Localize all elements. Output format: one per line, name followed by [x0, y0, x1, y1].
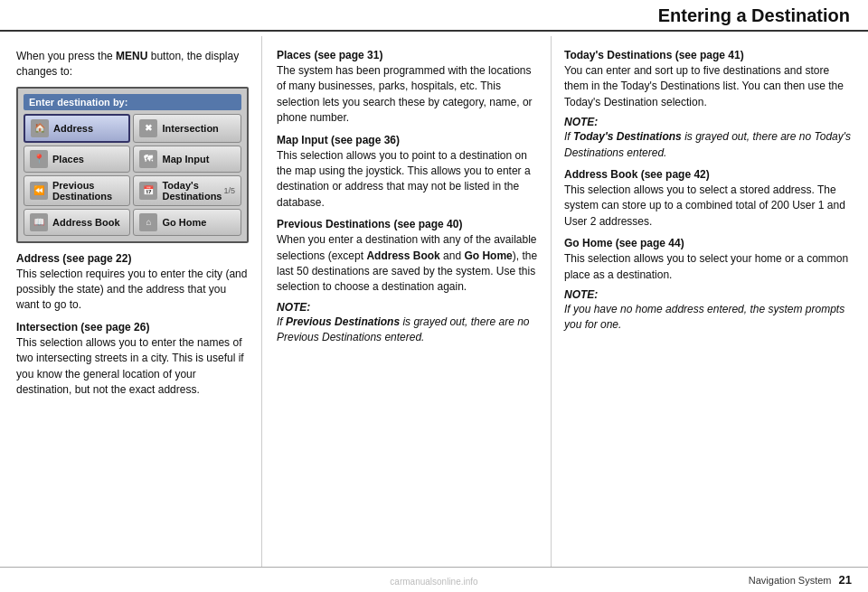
places-body: The system has been programmed with the …	[277, 63, 538, 127]
nav-menu: Enter destination by: 🏠 Address ✖ Inters…	[16, 87, 249, 243]
menu-item-addressbook-label: Address Book	[52, 217, 120, 228]
menu-item-addressbook[interactable]: 📖 Address Book	[24, 209, 130, 236]
places-icon: 📍	[30, 150, 48, 168]
menu-item-address[interactable]: 🏠 Address	[24, 114, 130, 143]
menu-item-mapinput[interactable]: 🗺 Map Input	[133, 146, 241, 173]
content-area: When you press the MENU button, the disp…	[0, 36, 868, 567]
menu-item-address-label: Address	[53, 123, 93, 134]
menu-item-mapinput-label: Map Input	[162, 154, 209, 164]
previous-note-heading: NOTE:	[277, 301, 538, 314]
gohome-heading: Go Home (see page 44)	[564, 237, 852, 249]
mapinput-icon: 🗺	[139, 150, 157, 168]
mid-column: Places (see page 31) The system has been…	[262, 36, 552, 567]
previous-body: When you enter a destination with any of…	[277, 232, 538, 296]
left-column: When you press the MENU button, the disp…	[0, 36, 262, 567]
todays-note-body: If Today's Destinations is grayed out, t…	[564, 129, 852, 161]
previous-heading: Previous Destinations (see page 40)	[277, 218, 538, 230]
address-heading: Address (see page 22)	[16, 252, 249, 265]
menu-item-places[interactable]: 📍 Places	[24, 146, 130, 173]
addressbook-heading: Address Book (see page 42)	[564, 168, 852, 181]
mapinput-heading: Map Input (see page 36)	[277, 134, 538, 146]
addressbook-icon: 📖	[30, 213, 48, 231]
intersection-icon: ✖	[139, 119, 157, 137]
watermark: carmanualsonline.info	[390, 577, 477, 587]
menu-item-previous[interactable]: ⏪ Previous Destinations	[24, 175, 130, 206]
todays-badge: 1/5	[223, 186, 235, 195]
nav-menu-title: Enter destination by:	[24, 94, 241, 110]
menu-item-previous-label: Previous Destinations	[52, 180, 124, 202]
menu-item-intersection-label: Intersection	[162, 123, 218, 134]
addressbook-body: This selection allows you to select a st…	[564, 183, 852, 230]
footer-pagenum: 21	[839, 573, 852, 587]
gohome-note-heading: NOTE:	[564, 288, 852, 301]
gohome-body: This selection allows you to select your…	[564, 251, 852, 283]
gohome-icon: ⌂	[139, 213, 157, 231]
right-column: Today's Destinations (see page 41) You c…	[552, 36, 868, 567]
todays-heading: Today's Destinations (see page 41)	[564, 49, 852, 61]
todays-icon: 📅	[139, 182, 157, 200]
address-icon: 🏠	[31, 119, 49, 137]
intersection-body: This selection allows you to enter the n…	[16, 335, 249, 399]
mapinput-body: This selection allows you to point to a …	[277, 148, 538, 211]
previous-icon: ⏪	[30, 182, 48, 200]
previous-note-body: If Previous Destinations is grayed out, …	[277, 315, 538, 346]
nav-menu-grid: 🏠 Address ✖ Intersection 📍 Places 🗺 Map …	[24, 114, 241, 236]
todays-body: You can enter and sort up to five destin…	[564, 63, 852, 110]
footer-label: Navigation System	[749, 575, 832, 586]
menu-item-intersection[interactable]: ✖ Intersection	[133, 114, 241, 143]
menu-item-gohome[interactable]: ⌂ Go Home	[133, 209, 241, 236]
menu-item-gohome-label: Go Home	[162, 217, 206, 228]
gohome-note-body: If you have no home address entered, the…	[564, 302, 852, 334]
page-header: Entering a Destination	[0, 0, 868, 32]
menu-item-todays[interactable]: 📅 Today's Destinations 1/5	[133, 175, 241, 206]
places-heading: Places (see page 31)	[277, 49, 538, 61]
todays-note-heading: NOTE:	[564, 116, 852, 128]
menu-item-todays-label: Today's Destinations	[162, 180, 222, 202]
intersection-heading: Intersection (see page 26)	[16, 321, 249, 334]
page-title: Entering a Destination	[658, 5, 850, 25]
intro-text: When you press the MENU button, the disp…	[16, 49, 249, 80]
address-body: This selection requires you to enter the…	[16, 267, 249, 314]
menu-item-places-label: Places	[52, 154, 84, 164]
